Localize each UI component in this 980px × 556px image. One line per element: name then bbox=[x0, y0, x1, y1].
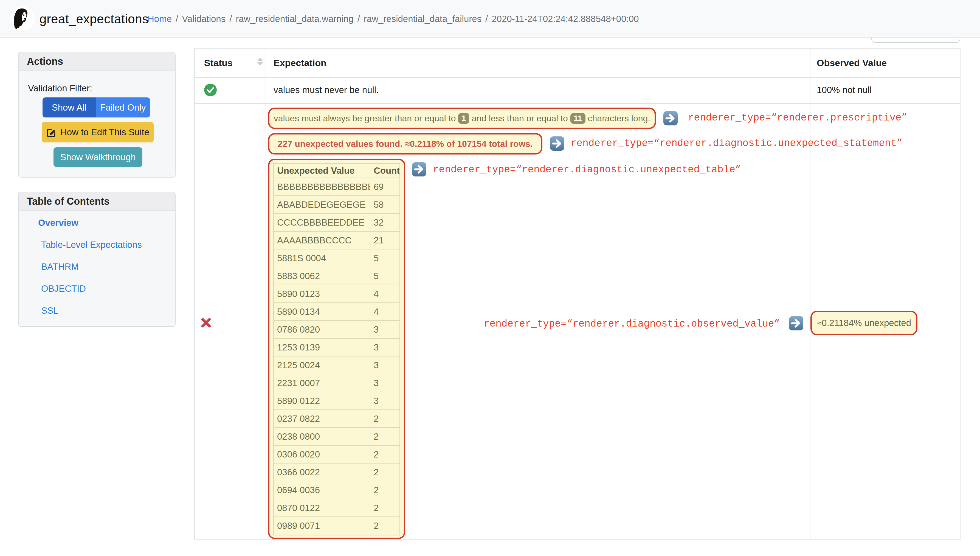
app-header: great_expectations Home/Validations/raw_… bbox=[0, 0, 980, 37]
unexpected-table-row: 5890 01344 bbox=[274, 303, 399, 321]
unexpected-value-cell: 0786 0820 bbox=[274, 321, 370, 338]
right-arrow-icon bbox=[663, 111, 678, 126]
count-cell: 2 bbox=[370, 464, 399, 481]
unexpected-value-cell: 2231 0007 bbox=[274, 374, 370, 392]
unexpected-table-row: AAAABBBBCCCC21 bbox=[274, 232, 399, 249]
unexpected-value-cell: AAAABBBBCCCC bbox=[274, 232, 370, 249]
validation-filter-label: Validation Filter: bbox=[28, 83, 92, 94]
walkthrough-button[interactable]: Show Walkthrough bbox=[53, 147, 142, 167]
brand-title: great_expectations bbox=[39, 11, 149, 26]
breadcrumb: Home/Validations/raw_residential_data.wa… bbox=[148, 14, 639, 24]
renderer-type-unexpected-table: renderer_type=“renderer.diagnostic.unexp… bbox=[433, 164, 741, 175]
breadcrumb-separator: / bbox=[357, 14, 360, 24]
renderer-type-prescriptive: renderer_type=“renderer.prescriptive” bbox=[688, 112, 907, 123]
unexpected-table-row: 0870 01222 bbox=[274, 499, 399, 517]
unexpected-value-cell: 0989 0071 bbox=[274, 517, 370, 535]
count-cell: 2 bbox=[370, 517, 399, 535]
unexpected-value-cell: 0694 0036 bbox=[274, 482, 370, 499]
expectation-text: values must never be null. bbox=[273, 85, 379, 95]
unexpected-table-row: 0786 08203 bbox=[274, 321, 399, 339]
unexpected-value-cell: 5890 0134 bbox=[274, 303, 370, 320]
count-cell: 32 bbox=[370, 214, 399, 231]
validation-results-table: Status Expectation Observed Value values… bbox=[194, 48, 961, 540]
header-row-divider bbox=[195, 77, 960, 78]
prescriptive-annotation-box: values must always be greater than or eq… bbox=[268, 108, 656, 129]
count-cell: 2 bbox=[370, 482, 399, 499]
unexpected-value-cell: 5881S 0004 bbox=[274, 249, 370, 267]
unexpected-value-cell: 0238 0800 bbox=[274, 428, 370, 445]
failed-only-button[interactable]: Failed Only bbox=[96, 97, 150, 118]
unexpected-table-row: 0237 08222 bbox=[274, 410, 399, 428]
breadcrumb-separator: / bbox=[176, 14, 178, 24]
edit-suite-label: How to Edit This Suite bbox=[60, 127, 149, 137]
sidebar-item-bathrm[interactable]: BATHRM bbox=[41, 262, 79, 272]
observed-value-annotation-box: ≈0.21184% unexpected bbox=[810, 311, 917, 335]
sort-icon[interactable] bbox=[257, 58, 263, 66]
fail-x-icon bbox=[200, 317, 212, 329]
count-cell: 3 bbox=[370, 374, 399, 392]
unexpected-value-cell: 0237 0822 bbox=[274, 410, 370, 427]
validation-filter-group: Show All Failed Only bbox=[42, 97, 150, 118]
count-cell: 5 bbox=[370, 249, 399, 267]
breadcrumb-item: raw_residential_data.warning bbox=[236, 14, 354, 24]
breadcrumb-home-link[interactable]: Home bbox=[148, 14, 172, 24]
sidebar-item-table-level-expectations[interactable]: Table-Level Expectations bbox=[41, 239, 142, 250]
unexpected-value-cell: 5890 0123 bbox=[274, 285, 370, 302]
row-divider bbox=[195, 103, 960, 104]
count-cell: 2 bbox=[370, 428, 399, 445]
show-all-button[interactable]: Show All bbox=[42, 97, 96, 118]
unexpected-table-row: ABABDEDEGEGEGE58 bbox=[274, 196, 399, 214]
unexpected-value-cell: 5883 0062 bbox=[274, 267, 370, 284]
unexpected-value-cell: 1253 0139 bbox=[274, 339, 370, 356]
right-arrow-icon bbox=[412, 162, 426, 177]
unexpected-value-cell: 5890 0122 bbox=[274, 392, 370, 409]
column-header-observed: Observed Value bbox=[817, 58, 887, 68]
status-column-divider bbox=[266, 48, 266, 539]
unexpected-value-cell: 2125 0024 bbox=[274, 357, 370, 374]
edit-suite-button[interactable]: How to Edit This Suite bbox=[42, 122, 153, 142]
right-arrow-icon bbox=[550, 136, 565, 151]
unexpected-table-row: 2125 00243 bbox=[274, 357, 399, 374]
prescriptive-text: and less than or equal to bbox=[471, 113, 568, 123]
great-expectations-logo-icon bbox=[10, 6, 35, 31]
column-header-status[interactable]: Status bbox=[204, 58, 232, 68]
unexpected-table-row: 5890 01223 bbox=[274, 392, 399, 410]
count-cell: 4 bbox=[370, 303, 399, 320]
unexpected-table-row: BBBBBBBBBBBBBBBBBB69 bbox=[274, 178, 399, 196]
prescriptive-text: characters long. bbox=[588, 113, 651, 123]
unexpected-table-header: Unexpected Value Count bbox=[274, 164, 399, 178]
actions-panel: Actions Validation Filter: Show All Fail… bbox=[18, 52, 176, 178]
unexpected-value-cell: CCCCBBBBEEDDEE bbox=[274, 214, 370, 231]
unexpected-value-column-header: Unexpected Value bbox=[274, 164, 370, 178]
count-cell: 4 bbox=[370, 285, 399, 302]
sidebar-item-objectid[interactable]: OBJECTID bbox=[41, 283, 86, 294]
unexpected-table-row: 0306 00202 bbox=[274, 446, 399, 464]
unexpected-statement-box: 227 unexpected values found. ≈0.2118% of… bbox=[268, 133, 542, 155]
unexpected-table-row: 5883 00625 bbox=[274, 267, 399, 285]
success-check-icon bbox=[204, 84, 217, 96]
sidebar-item-ssl[interactable]: SSL bbox=[41, 305, 58, 316]
unexpected-table-row: 1253 01393 bbox=[274, 339, 399, 357]
count-column-header: Count bbox=[370, 164, 399, 178]
unexpected-value-cell: ABABDEDEGEGEGE bbox=[274, 196, 370, 213]
renderer-type-unexpected-statement: renderer_type=“renderer.diagnostic.unexp… bbox=[571, 138, 903, 149]
count-cell: 3 bbox=[370, 339, 399, 356]
unexpected-table-row: 5881S 00045 bbox=[274, 249, 399, 267]
breadcrumb-item: raw_residential_data_failures bbox=[364, 14, 481, 24]
count-cell: 3 bbox=[370, 392, 399, 409]
unexpected-table-row: 2231 00073 bbox=[274, 374, 399, 392]
toc-panel: Table of Contents OverviewTable-Level Ex… bbox=[18, 192, 176, 327]
right-arrow-icon bbox=[789, 316, 804, 331]
unexpected-value-cell: BBBBBBBBBBBBBBBBBB bbox=[274, 178, 370, 196]
toc-panel-title: Table of Contents bbox=[19, 192, 175, 211]
count-cell: 3 bbox=[370, 357, 399, 374]
unexpected-table-row: 0366 00222 bbox=[274, 464, 399, 482]
sidebar-item-overview[interactable]: Overview bbox=[38, 218, 79, 228]
breadcrumb-item: 2020-11-24T02:24:42.888548+00:00 bbox=[492, 14, 639, 24]
count-cell: 2 bbox=[370, 446, 399, 463]
count-cell: 2 bbox=[370, 410, 399, 427]
observed-value-text: 100% not null bbox=[817, 85, 872, 95]
breadcrumb-separator: / bbox=[229, 14, 232, 24]
count-cell: 21 bbox=[370, 232, 399, 249]
unexpected-table-row: 0694 00362 bbox=[274, 482, 399, 499]
